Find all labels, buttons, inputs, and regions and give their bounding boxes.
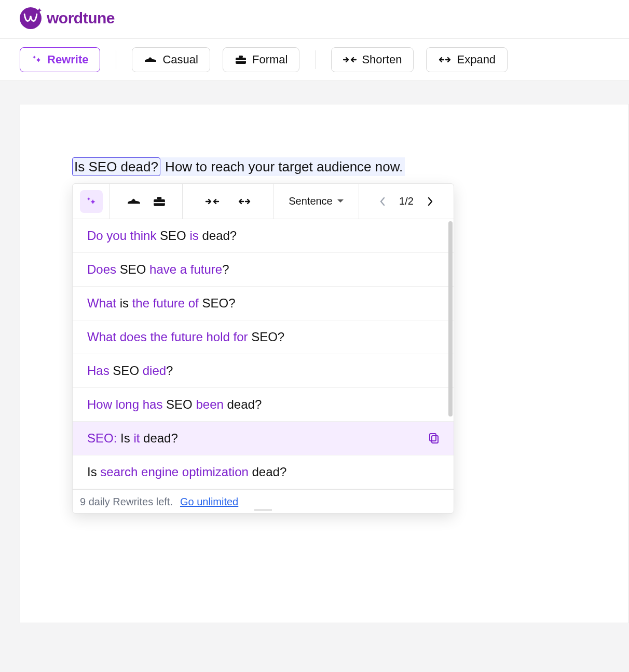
briefcase-icon [235,55,247,65]
rewrite-button[interactable]: Rewrite [20,47,100,72]
sparkle-icon [86,196,97,207]
app-header: ✦ wordtune [0,0,629,39]
resize-handle[interactable] [254,509,272,511]
expand-button[interactable]: Expand [426,47,508,72]
svg-rect-0 [145,62,156,63]
toolbar-separator [116,50,116,69]
suggestions-list: Do you think SEO is dead?Does SEO have a… [73,219,454,489]
go-unlimited-link[interactable]: Go unlimited [180,496,238,508]
panel-tones-cell [110,184,183,219]
suggestion-item[interactable]: How long has SEO been dead? [73,388,454,422]
briefcase-icon [153,196,166,207]
panel-rewrite-button[interactable] [80,190,103,213]
panel-formal-button[interactable] [153,196,166,207]
formal-button[interactable]: Formal [223,47,299,72]
shorten-icon [205,197,220,206]
formal-label: Formal [252,53,288,66]
suggestion-item[interactable]: What is the future of SEO? [73,287,454,320]
panel-shorten-button[interactable] [205,197,220,206]
panel-footer: 9 daily Rewrites left. Go unlimited [73,489,454,513]
casual-label: Casual [162,53,198,66]
scrollbar[interactable] [448,221,453,416]
toolbar: Rewrite Casual Formal Shorten Expa [0,39,629,81]
suggestion-text: What is the future of SEO? [87,296,235,311]
rewrite-label: Rewrite [47,53,88,66]
brand-glyph-icon [23,11,38,25]
next-page-button[interactable] [427,197,433,206]
suggestion-text: Is search engine optimization dead? [87,465,286,479]
scope-dropdown[interactable]: Sentence [274,184,359,219]
document[interactable]: Is SEO dead? How to reach your target au… [20,104,629,623]
svg-rect-3 [236,60,246,61]
page-indicator: 1/2 [399,195,414,207]
selected-text[interactable]: Is SEO dead? [72,157,160,176]
editor-line[interactable]: Is SEO dead? How to reach your target au… [72,157,405,176]
brand-mark: ✦ [20,7,42,29]
rewrites-left-text: 9 daily Rewrites left. [80,496,173,508]
panel-casual-button[interactable] [127,196,141,207]
panel-toolbar: Sentence 1/2 [73,184,454,219]
shorten-button[interactable]: Shorten [331,47,414,72]
svg-rect-2 [239,56,243,58]
suggestion-text: Has SEO died? [87,364,173,378]
pagination: 1/2 [359,184,454,219]
prev-page-button[interactable] [379,197,386,206]
expand-label: Expand [457,53,496,66]
sparkle-icon: ✦ [36,6,43,15]
svg-rect-4 [128,204,140,205]
suggestion-item[interactable]: What does the future hold for SEO? [73,320,454,354]
svg-rect-9 [430,434,436,441]
panel-rewrite-cell [73,184,110,219]
brand-name: wordtune [47,9,115,27]
casual-button[interactable]: Casual [132,47,210,72]
shorten-label: Shorten [362,53,402,66]
suggestion-text: Does SEO have a future? [87,262,229,277]
chevron-right-icon [427,197,433,206]
suggestion-text: SEO: Is it dead? [87,431,178,446]
brand-logo[interactable]: ✦ wordtune [20,7,115,29]
scope-label: Sentence [289,195,333,207]
suggestion-item[interactable]: Does SEO have a future? [73,253,454,287]
canvas: Is SEO dead? How to reach your target au… [0,81,629,672]
shorten-icon [343,56,357,64]
sparkle-icon [32,55,42,65]
expand-icon [237,197,252,206]
suggestion-item[interactable]: Is search engine optimization dead? [73,455,454,489]
suggestion-text: Do you think SEO is dead? [87,229,237,243]
panel-expand-button[interactable] [237,197,252,206]
following-text[interactable]: How to reach your target audience now. [160,157,405,176]
suggestions-panel: Sentence 1/2 Do you think SEO is dead?Do… [72,183,454,514]
suggestion-item[interactable]: Has SEO died? [73,354,454,388]
svg-rect-8 [432,436,438,443]
suggestion-item[interactable]: SEO: Is it dead? [73,422,454,455]
suggestion-text: What does the future hold for SEO? [87,330,284,344]
sneaker-icon [144,55,157,64]
suggestion-item[interactable]: Do you think SEO is dead? [73,219,454,253]
suggestion-text: How long has SEO been dead? [87,397,262,412]
toolbar-separator [315,50,316,69]
panel-length-cell [183,184,274,219]
copy-icon[interactable] [429,433,439,444]
svg-rect-7 [154,202,165,203]
expand-icon [438,56,452,64]
chevron-down-icon [337,199,344,204]
svg-rect-6 [157,197,161,199]
chevron-left-icon [379,197,386,206]
sneaker-icon [127,196,141,207]
